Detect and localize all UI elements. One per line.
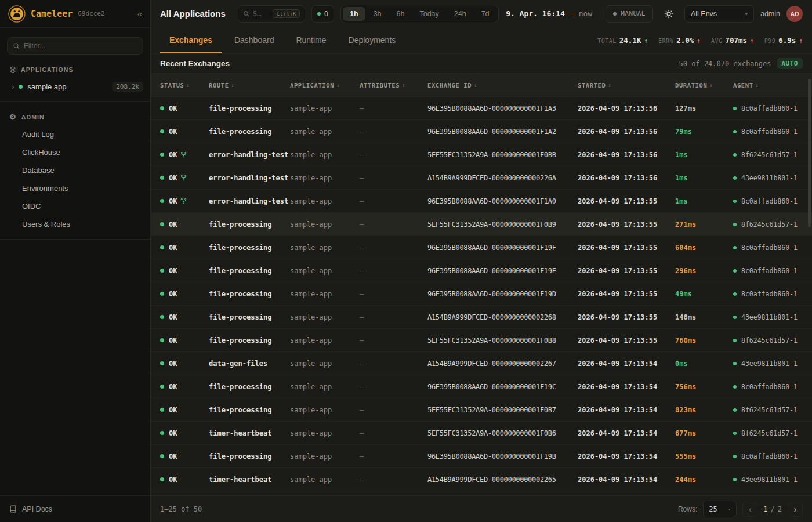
table-row[interactable]: OK file-processing sample-app — 5EF55FC3… [151,213,812,236]
column-header[interactable]: STATUS ↕ [160,82,209,89]
sidebar-item[interactable]: Environments [0,179,150,197]
table-row[interactable]: OK file-processing sample-app — 96E395B0… [151,120,812,143]
time-range-button[interactable]: 24h [447,7,473,21]
table-row[interactable]: OK timer-heartbeat sample-app — A154B9A9… [151,468,812,491]
duration-cell: 49ms [675,290,733,298]
sidebar-item[interactable]: ClickHouse [0,143,150,161]
status-cell: OK [160,429,209,437]
filter-input[interactable] [24,42,137,50]
status-ok-dot [160,269,164,273]
sort-icon: ↕ [709,82,713,88]
status-ok-dot [160,454,164,458]
table-row[interactable]: OK error-handling-test sample-app — 96E3… [151,190,812,213]
table-row[interactable]: OK file-processing sample-app — A154B9A9… [151,306,812,329]
application-cell: sample-app [290,406,360,414]
time-range-button[interactable]: Today [412,7,445,21]
agent-status-dot [733,200,737,203]
duration-cell: 148ms [675,313,733,321]
table-header: STATUS ↕ ROUTE ↕ APPLICATION ↕ ATTR [151,73,812,97]
sidebar-item[interactable]: Audit Log [0,125,150,143]
tab[interactable]: Dashboard [225,27,284,53]
status-cell: OK [160,267,209,275]
column-header[interactable]: STARTED ↕ [578,82,675,89]
attributes-cell: — [360,476,427,484]
divider [599,8,599,20]
table-row[interactable]: OK file-processing sample-app — 5EF55FC3… [151,398,812,422]
avatar[interactable]: AD [786,6,803,22]
status-ok-dot [160,338,164,342]
column-header[interactable]: AGENT ↕ [733,82,812,89]
agent-status-dot [733,362,737,365]
started-cell: 2026-04-09 17:13:55 [578,336,675,345]
tab[interactable]: Runtime [287,27,335,53]
prev-page-button[interactable]: ‹ [742,502,757,517]
table-row[interactable]: OK error-handling-test sample-app — 5EF5… [151,143,812,166]
global-search[interactable]: S… Ctrl+K [238,5,305,23]
column-header[interactable]: EXCHANGE ID ↕ [427,82,578,89]
attributes-cell: — [360,267,427,275]
status-ok-dot [160,292,164,296]
table-row[interactable]: OK file-processing sample-app — 96E395B0… [151,97,812,120]
theme-toggle-button[interactable] [659,5,678,23]
table-row[interactable]: OK file-processing sample-app — 96E395B0… [151,375,812,398]
attributes-cell: — [360,429,427,437]
application-cell: sample-app [290,313,360,321]
sidebar-item[interactable]: OIDC [0,197,150,215]
status-cell: OK [160,151,209,159]
scrollbar-thumb[interactable] [808,79,811,227]
column-header[interactable]: ROUTE ↕ [209,82,290,89]
table-row[interactable]: OK file-processing sample-app — 96E395B0… [151,236,812,259]
time-range-button[interactable]: 7d [474,7,496,21]
duration-cell: 555ms [675,452,733,461]
next-page-button[interactable]: › [788,502,803,517]
table-row[interactable]: OK file-processing sample-app — 96E395B0… [151,282,812,306]
agent-status-dot [733,223,737,226]
admin-section-header: ⚙ ADMIN [0,107,150,125]
sidebar-header: Cameleer 69dcce2 « [0,0,150,28]
auto-refresh-badge[interactable]: AUTO [777,58,803,69]
column-header[interactable]: ATTRIBUTES ↕ [360,82,427,89]
agent-cell: 8c0affadb860-1 [733,104,812,113]
agent-cell: 43ee9811b801-1 [733,476,812,484]
route-cell: data-gen-files [209,360,290,368]
table-row[interactable]: OK file-processing sample-app — 96E395B0… [151,259,812,282]
application-cell: sample-app [290,244,360,252]
started-cell: 2026-04-09 17:13:54 [578,429,675,437]
time-range-button[interactable]: 6h [390,7,412,21]
application-cell: sample-app [290,220,360,229]
api-docs-link[interactable]: API Docs [0,495,150,522]
live-indicator-pill[interactable]: O [311,5,334,23]
status-ok-dot [160,176,164,180]
started-cell: 2026-04-09 17:13:55 [578,290,675,298]
tab[interactable]: Deployments [339,27,405,53]
env-select[interactable]: All Envs ▾ [684,5,754,23]
route-cell: file-processing [209,290,290,298]
status-ok-dot [160,129,164,133]
manual-refresh-button[interactable]: MANUAL [606,5,653,23]
duration-cell: 760ms [675,336,733,345]
table-row[interactable]: OK file-processing sample-app — 96E395B0… [151,445,812,468]
table-row[interactable]: OK file-processing sample-app — 5EF55FC3… [151,329,812,352]
sidebar-collapse-button[interactable]: « [137,9,142,19]
time-range-button[interactable]: 1h [343,7,365,21]
status-cell: OK [160,476,209,484]
tab[interactable]: Exchanges [160,27,222,53]
table-row[interactable]: OK timer-heartbeat sample-app — 5EF55FC3… [151,422,812,445]
table-row[interactable]: OK data-gen-files sample-app — A154B9A99… [151,352,812,375]
rows-per-page-select[interactable]: 25 ▾ [703,501,737,517]
exchange-id-cell: 5EF55FC31352A9A-000000000001F0B7 [427,406,578,414]
sidebar-item[interactable]: Database [0,161,150,179]
trend-up-icon: ↑ [799,37,803,45]
sort-icon: ↕ [402,82,405,88]
status-ok-dot [160,199,164,203]
sidebar-item[interactable]: Users & Roles [0,215,150,233]
exchange-id-cell: A154B9A999DFCED-0000000000002267 [427,360,578,368]
table-row[interactable]: OK error-handling-test sample-app — A154… [151,166,812,190]
sidebar-item-sample-app[interactable]: › sample app 208.2k [0,78,150,95]
time-display[interactable]: 9. Apr. 16:14 — now [506,9,592,18]
time-range-button[interactable]: 3h [367,7,389,21]
agent-status-dot [733,130,737,133]
column-header[interactable]: APPLICATION ↕ [290,82,360,89]
column-header[interactable]: DURATION ↕ [675,82,733,89]
exchange-id-cell: A154B9A999DFCED-0000000000002265 [427,476,578,484]
